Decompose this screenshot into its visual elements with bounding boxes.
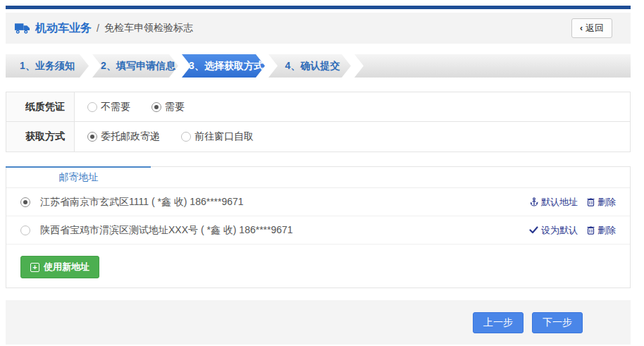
obtain-method-options: 委托邮政寄递 前往窗口自取 <box>75 122 254 152</box>
step-navigation: 1、业务须知 2、填写申请信息 3、选择获取方式 4、确认提交 <box>6 54 631 78</box>
step-label: 2、填写申请信息 <box>101 60 175 73</box>
back-button-label: 返回 <box>586 22 604 35</box>
trash-icon <box>587 197 595 206</box>
action-label: 删除 <box>597 224 616 237</box>
use-new-address-button[interactable]: 使用新地址 <box>20 256 99 278</box>
set-default-link[interactable]: 设为默认 <box>529 224 578 237</box>
radio-option-needed[interactable]: 需要 <box>151 101 185 113</box>
radio-option-not-needed[interactable]: 不需要 <box>87 101 130 113</box>
action-label: 删除 <box>597 196 616 209</box>
step-label: 4、确认提交 <box>285 60 340 73</box>
step-nav-filler <box>354 54 631 78</box>
trash-icon <box>587 225 595 235</box>
brand-wrap: 机动车业务 <box>14 21 92 36</box>
radio-icon[interactable] <box>181 132 191 142</box>
radio-label: 不需要 <box>101 101 130 113</box>
default-address-link[interactable]: 默认地址 <box>530 196 578 209</box>
back-button[interactable]: ‹ 返回 <box>571 18 612 38</box>
radio-icon[interactable] <box>87 102 97 112</box>
step-1-business-notice[interactable]: 1、业务须知 <box>6 54 89 78</box>
anchor-icon <box>530 197 538 206</box>
radio-icon[interactable] <box>87 132 97 142</box>
address-radio[interactable] <box>20 225 30 235</box>
next-step-button[interactable]: 下一步 <box>532 312 583 333</box>
address-text: 江苏省南京市玄武区1111 ( *鑫 收) 186****9671 <box>40 196 530 209</box>
top-accent-bar <box>6 6 631 9</box>
address-row-1: 江苏省南京市玄武区1111 ( *鑫 收) 186****9671 默认地址 <box>6 188 630 216</box>
step-2-fill-application[interactable]: 2、填写申请信息 <box>92 54 178 78</box>
address-row-2: 陕西省宝鸡市渭滨区测试地址XXX号 ( *鑫 收) 186****9671 设为… <box>6 216 630 245</box>
tab-row: 邮寄地址 <box>6 167 630 188</box>
address-text: 陕西省宝鸡市渭滨区测试地址XXX号 ( *鑫 收) 186****9671 <box>40 224 529 237</box>
check-icon <box>529 226 538 234</box>
step-label: 3、选择获取方式 <box>189 60 264 73</box>
paper-certificate-options: 不需要 需要 <box>75 92 185 121</box>
brand-title: 机动车业务 <box>35 21 92 36</box>
delete-address-link[interactable]: 删除 <box>587 224 616 237</box>
footer-action-bar: 上一步 下一步 <box>6 300 631 345</box>
radio-label: 需要 <box>165 101 185 113</box>
radio-option-window-pickup[interactable]: 前往窗口自取 <box>181 130 254 143</box>
form-row-obtain-method: 获取方式 委托邮政寄递 前往窗口自取 <box>6 122 630 152</box>
page-title: 免检车申领检验标志 <box>104 22 193 35</box>
previous-step-button[interactable]: 上一步 <box>473 312 524 333</box>
page: 机动车业务 / 免检车申领检验标志 ‹ 返回 1、业务须知 2、填写申请信息 3… <box>6 6 631 345</box>
obtain-method-label: 获取方式 <box>6 122 75 152</box>
back-chevron-icon: ‹ <box>580 23 583 33</box>
tab-label: 邮寄地址 <box>59 171 99 184</box>
radio-icon[interactable] <box>151 102 161 112</box>
radio-option-postal-delivery[interactable]: 委托邮政寄递 <box>87 130 160 143</box>
tab-mailing-address[interactable]: 邮寄地址 <box>6 167 151 187</box>
paper-certificate-label: 纸质凭证 <box>6 92 75 121</box>
new-address-row: 使用新地址 <box>6 245 630 288</box>
breadcrumb-divider: / <box>97 23 99 34</box>
address-radio[interactable] <box>20 197 30 207</box>
delete-address-link[interactable]: 删除 <box>587 196 616 209</box>
truck-icon <box>14 23 30 35</box>
step-label: 1、业务须知 <box>20 60 75 73</box>
form-row-paper-certificate: 纸质凭证 不需要 需要 <box>6 92 630 122</box>
address-actions: 默认地址 删除 <box>530 196 616 209</box>
address-actions: 设为默认 删除 <box>529 224 616 237</box>
action-label: 默认地址 <box>541 196 578 209</box>
use-new-address-label: 使用新地址 <box>44 261 89 273</box>
mailing-address-section: 邮寄地址 江苏省南京市玄武区1111 ( *鑫 收) 186****9671 默… <box>6 166 631 288</box>
plus-icon <box>30 263 39 272</box>
action-label: 设为默认 <box>541 224 578 237</box>
step-4-confirm-submit[interactable]: 4、确认提交 <box>268 54 351 78</box>
header: 机动车业务 / 免检车申领检验标志 ‹ 返回 <box>6 13 631 44</box>
tab-accent-line <box>6 166 151 168</box>
radio-label: 前往窗口自取 <box>194 130 254 143</box>
radio-label: 委托邮政寄递 <box>101 130 160 143</box>
step-3-choose-delivery[interactable]: 3、选择获取方式 <box>182 54 265 78</box>
delivery-form: 纸质凭证 不需要 需要 获取方式 委托邮政寄递 <box>6 92 631 152</box>
